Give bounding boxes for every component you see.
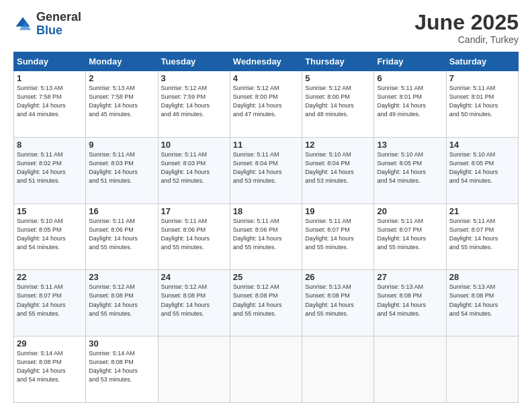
logo-blue: Blue [36,24,81,38]
calendar-cell: 29Sunrise: 5:14 AM Sunset: 8:08 PM Dayli… [14,336,86,403]
day-number: 6 [377,73,443,83]
day-info: Sunrise: 5:11 AM Sunset: 8:01 PM Dayligh… [377,84,443,119]
day-info: Sunrise: 5:11 AM Sunset: 8:04 PM Dayligh… [233,150,299,185]
day-number: 20 [377,206,443,216]
calendar-cell [446,336,518,403]
day-info: Sunrise: 5:11 AM Sunset: 8:06 PM Dayligh… [233,217,299,252]
day-number: 24 [161,272,227,282]
calendar-cell: 21Sunrise: 5:11 AM Sunset: 8:07 PM Dayli… [446,203,518,270]
month-title: June 2025 [414,11,519,34]
day-info: Sunrise: 5:11 AM Sunset: 8:03 PM Dayligh… [89,150,154,185]
day-number: 23 [89,272,154,282]
calendar-cell [374,336,446,403]
day-info: Sunrise: 5:10 AM Sunset: 8:04 PM Dayligh… [305,150,371,185]
header-row: SundayMondayTuesdayWednesdayThursdayFrid… [14,52,519,71]
calendar-cell: 15Sunrise: 5:10 AM Sunset: 8:05 PM Dayli… [14,203,86,270]
calendar-table: SundayMondayTuesdayWednesdayThursdayFrid… [13,52,519,403]
top-header: General Blue June 2025 Candir, Turkey [13,11,519,45]
calendar-cell [302,336,374,403]
day-info: Sunrise: 5:11 AM Sunset: 8:06 PM Dayligh… [89,217,154,252]
day-number: 3 [161,73,227,83]
day-info: Sunrise: 5:10 AM Sunset: 8:05 PM Dayligh… [449,150,515,185]
weekday-header: Saturday [446,52,518,71]
calendar-cell: 23Sunrise: 5:12 AM Sunset: 8:08 PM Dayli… [86,270,158,336]
day-number: 27 [377,272,443,282]
calendar-cell: 5Sunrise: 5:12 AM Sunset: 8:00 PM Daylig… [302,71,374,138]
day-number: 19 [305,206,371,216]
calendar-cell: 9Sunrise: 5:11 AM Sunset: 8:03 PM Daylig… [86,137,158,203]
calendar-cell [230,336,302,403]
day-number: 13 [377,140,443,150]
day-number: 1 [17,73,83,83]
calendar-cell: 10Sunrise: 5:11 AM Sunset: 8:03 PM Dayli… [158,137,230,203]
calendar-cell [158,336,230,403]
page: General Blue June 2025 Candir, Turkey Su… [0,0,532,411]
day-number: 7 [449,73,515,83]
day-info: Sunrise: 5:11 AM Sunset: 8:07 PM Dayligh… [449,217,515,252]
calendar-cell: 30Sunrise: 5:14 AM Sunset: 8:08 PM Dayli… [86,336,158,403]
day-number: 16 [89,206,154,216]
calendar-cell: 24Sunrise: 5:12 AM Sunset: 8:08 PM Dayli… [158,270,230,336]
calendar-cell: 19Sunrise: 5:11 AM Sunset: 8:07 PM Dayli… [302,203,374,270]
day-info: Sunrise: 5:10 AM Sunset: 8:05 PM Dayligh… [17,217,83,252]
day-info: Sunrise: 5:11 AM Sunset: 8:02 PM Dayligh… [17,150,83,185]
day-number: 26 [305,272,371,282]
day-number: 5 [305,73,371,83]
weekday-header: Sunday [14,52,86,71]
calendar-cell: 17Sunrise: 5:11 AM Sunset: 8:06 PM Dayli… [158,203,230,270]
calendar-cell: 2Sunrise: 5:13 AM Sunset: 7:58 PM Daylig… [86,71,158,138]
day-info: Sunrise: 5:14 AM Sunset: 8:08 PM Dayligh… [89,349,154,384]
logo: General Blue [13,11,81,38]
day-info: Sunrise: 5:11 AM Sunset: 8:06 PM Dayligh… [161,217,227,252]
weekday-header: Thursday [302,52,374,71]
calendar-cell: 7Sunrise: 5:11 AM Sunset: 8:01 PM Daylig… [446,71,518,138]
calendar-cell: 18Sunrise: 5:11 AM Sunset: 8:06 PM Dayli… [230,203,302,270]
day-number: 30 [89,338,154,349]
day-info: Sunrise: 5:12 AM Sunset: 8:00 PM Dayligh… [305,84,371,119]
calendar-cell: 6Sunrise: 5:11 AM Sunset: 8:01 PM Daylig… [374,71,446,138]
day-number: 25 [233,272,299,282]
day-info: Sunrise: 5:13 AM Sunset: 7:58 PM Dayligh… [89,84,154,119]
day-info: Sunrise: 5:12 AM Sunset: 8:08 PM Dayligh… [161,283,227,318]
calendar-cell: 8Sunrise: 5:11 AM Sunset: 8:02 PM Daylig… [14,137,86,203]
day-number: 9 [89,140,154,150]
calendar-week-row: 15Sunrise: 5:10 AM Sunset: 8:05 PM Dayli… [14,203,519,270]
day-info: Sunrise: 5:11 AM Sunset: 8:07 PM Dayligh… [377,217,443,252]
day-info: Sunrise: 5:12 AM Sunset: 7:59 PM Dayligh… [161,84,227,119]
day-number: 8 [17,140,83,150]
day-info: Sunrise: 5:13 AM Sunset: 7:58 PM Dayligh… [17,84,83,119]
day-number: 14 [449,140,515,150]
calendar-cell: 25Sunrise: 5:12 AM Sunset: 8:08 PM Dayli… [230,270,302,336]
location: Candir, Turkey [414,34,519,45]
day-info: Sunrise: 5:13 AM Sunset: 8:08 PM Dayligh… [449,283,515,318]
day-number: 29 [17,338,83,349]
calendar-cell: 20Sunrise: 5:11 AM Sunset: 8:07 PM Dayli… [374,203,446,270]
day-number: 2 [89,73,154,83]
weekday-header: Friday [374,52,446,71]
day-info: Sunrise: 5:10 AM Sunset: 8:05 PM Dayligh… [377,150,443,185]
day-number: 17 [161,206,227,216]
logo-general: General [36,11,81,24]
day-info: Sunrise: 5:12 AM Sunset: 8:00 PM Dayligh… [233,84,299,119]
calendar-cell: 13Sunrise: 5:10 AM Sunset: 8:05 PM Dayli… [374,137,446,203]
calendar-week-row: 29Sunrise: 5:14 AM Sunset: 8:08 PM Dayli… [14,336,519,403]
day-info: Sunrise: 5:13 AM Sunset: 8:08 PM Dayligh… [377,283,443,318]
calendar-cell: 16Sunrise: 5:11 AM Sunset: 8:06 PM Dayli… [86,203,158,270]
day-info: Sunrise: 5:12 AM Sunset: 8:08 PM Dayligh… [89,283,154,318]
day-info: Sunrise: 5:12 AM Sunset: 8:08 PM Dayligh… [233,283,299,318]
logo-text: General Blue [36,11,81,38]
calendar-week-row: 22Sunrise: 5:11 AM Sunset: 8:07 PM Dayli… [14,270,519,336]
day-number: 12 [305,140,371,150]
calendar-cell: 3Sunrise: 5:12 AM Sunset: 7:59 PM Daylig… [158,71,230,138]
calendar-cell: 27Sunrise: 5:13 AM Sunset: 8:08 PM Dayli… [374,270,446,336]
calendar-cell: 26Sunrise: 5:13 AM Sunset: 8:08 PM Dayli… [302,270,374,336]
day-number: 22 [17,272,83,282]
day-info: Sunrise: 5:13 AM Sunset: 8:08 PM Dayligh… [305,283,371,318]
calendar-week-row: 1Sunrise: 5:13 AM Sunset: 7:58 PM Daylig… [14,71,519,138]
day-info: Sunrise: 5:14 AM Sunset: 8:08 PM Dayligh… [17,349,83,384]
day-number: 21 [449,206,515,216]
day-number: 15 [17,206,83,216]
day-info: Sunrise: 5:11 AM Sunset: 8:07 PM Dayligh… [305,217,371,252]
title-block: June 2025 Candir, Turkey [414,11,519,45]
day-info: Sunrise: 5:11 AM Sunset: 8:03 PM Dayligh… [161,150,227,185]
